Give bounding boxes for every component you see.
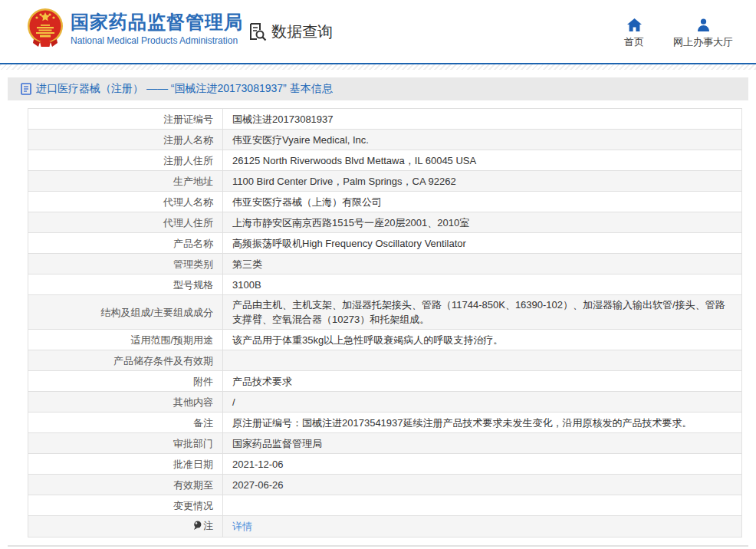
table-row: 产品名称高频振荡呼吸机High Frequency Oscillatory Ve… [28, 233, 742, 254]
home-icon [627, 18, 642, 31]
table-row: 生产地址1100 Bird Center Drive，Palm Springs，… [28, 171, 742, 192]
row-label: 附件 [28, 371, 223, 392]
table-row: 审批部门国家药品监督管理局 [28, 433, 742, 454]
table-row: 备注原注册证编号：国械注进20173541937延续注册产品技术要求未发生变化，… [28, 413, 742, 433]
row-value [223, 350, 742, 371]
row-value: 1100 Bird Center Drive，Palm Springs，CA 9… [223, 171, 742, 192]
nav-service-hall[interactable]: 网上办事大厅 [673, 18, 733, 49]
org-titles: 国家药品监督管理局 National Medical Products Admi… [71, 12, 243, 46]
row-label: 产品名称 [28, 233, 223, 254]
row-label: 代理人名称 [28, 192, 223, 212]
table-row: 代理人住所上海市静安区南京西路1515号一座20层2001、2010室 [28, 212, 742, 233]
row-value: 2021-12-06 [223, 454, 742, 475]
row-label: 代理人住所 [28, 212, 223, 233]
row-value [223, 495, 742, 516]
row-value: 该产品用于体重35kg以上急性呼吸衰竭病人的呼吸支持治疗。 [223, 330, 742, 350]
china-national-emblem-icon [26, 7, 64, 50]
data-query-label: 数据查询 [271, 21, 333, 42]
row-label: 管理类别 [28, 254, 223, 274]
org-name-zh: 国家药品监督管理局 [71, 12, 243, 33]
table-row: 适用范围/预期用途该产品用于体重35kg以上急性呼吸衰竭病人的呼吸支持治疗。 [28, 330, 742, 350]
row-label: 注册证编号 [28, 109, 223, 130]
data-query-tab[interactable]: 数据查询 [247, 21, 333, 42]
page: 国家药品监督管理局 National Medical Products Admi… [0, 0, 756, 549]
nav-home[interactable]: 首页 [624, 18, 644, 49]
document-icon [21, 83, 31, 95]
row-value: 原注册证编号：国械注进20173541937延续注册产品技术要求未发生变化，沿用… [223, 413, 742, 433]
row-value: 伟亚安医疗Vyaire Medical, Inc. [223, 130, 742, 150]
row-label: 注册人住所 [28, 150, 223, 171]
header-nav: 首页 网上办事大厅 [624, 18, 733, 49]
person-icon [697, 18, 710, 31]
row-value: 26125 North Riverwoods Blvd Mettawa，IL 6… [223, 150, 742, 171]
row-label: 产品储存条件及有效期 [28, 350, 223, 371]
data-query-icon [247, 21, 268, 42]
registration-info-table: 注册证编号国械注进20173081937注册人名称伟亚安医疗Vyaire Med… [28, 108, 742, 537]
row-label: 批准日期 [28, 454, 223, 475]
breadcrumb: 进口医疗器械（注册） —— “国械注进20173081937” 基本信息 [8, 77, 748, 100]
table-row: 产品储存条件及有效期 [28, 350, 742, 371]
table-row: 附件产品技术要求 [28, 371, 742, 392]
row-label: 注册人名称 [28, 130, 223, 150]
row-value: / [223, 392, 742, 413]
footer-divider [8, 545, 748, 547]
row-label: 变更情况 [28, 495, 223, 516]
info-table-body: 注册证编号国械注进20173081937注册人名称伟亚安医疗Vyaire Med… [28, 109, 742, 537]
detail-link[interactable]: 详情 [232, 521, 252, 532]
row-value: 第三类 [223, 254, 742, 274]
row-value: 产品技术要求 [223, 371, 742, 392]
table-row: 注册人名称伟亚安医疗Vyaire Medical, Inc. [28, 130, 742, 150]
row-value: 产品由主机、主机支架、加湿器托架接头、管路（11744-850K、16390-1… [223, 295, 742, 330]
table-row: 管理类别第三类 [28, 254, 742, 274]
org-name-en: National Medical Products Administration [71, 35, 243, 46]
row-value: 3100B [223, 274, 742, 295]
nmpa-logo[interactable]: 国家药品监督管理局 National Medical Products Admi… [26, 7, 243, 50]
row-value: 伟亚安医疗器械（上海）有限公司 [223, 192, 742, 212]
table-row: 型号规格3100B [28, 274, 742, 295]
nav-service-hall-label: 网上办事大厅 [673, 35, 733, 49]
row-value: 高频振荡呼吸机High Frequency Oscillatory Ventil… [223, 233, 742, 254]
row-label: 生产地址 [28, 171, 223, 192]
row-label: 适用范围/预期用途 [28, 330, 223, 350]
site-header: 国家药品监督管理局 National Medical Products Admi… [0, 0, 756, 64]
table-row: 注册证编号国械注进20173081937 [28, 109, 742, 130]
row-label: 其他内容 [28, 392, 223, 413]
breadcrumb-text: 进口医疗器械（注册） —— “国械注进20173081937” 基本信息 [36, 82, 333, 96]
row-label: 结构及组成/主要组成成分 [28, 295, 223, 330]
row-value: 2027-06-26 [223, 475, 742, 495]
header-hatch-divider [0, 64, 756, 70]
row-label: 注 [28, 516, 223, 537]
table-row: 有效期至2027-06-26 [28, 475, 742, 495]
table-row: 其他内容/ [28, 392, 742, 413]
row-label: 审批部门 [28, 433, 223, 454]
table-row: 代理人名称伟亚安医疗器械（上海）有限公司 [28, 192, 742, 212]
row-value: 详情 [223, 516, 742, 537]
row-value: 上海市静安区南京西路1515号一座20层2001、2010室 [223, 212, 742, 233]
nav-home-label: 首页 [624, 35, 644, 49]
row-value: 国械注进20173081937 [223, 109, 742, 130]
row-label: 有效期至 [28, 475, 223, 495]
table-row: 批准日期2021-12-06 [28, 454, 742, 475]
table-row: 结构及组成/主要组成成分产品由主机、主机支架、加湿器托架接头、管路（11744-… [28, 295, 742, 330]
row-label: 备注 [28, 413, 223, 433]
note-pin-icon [193, 520, 202, 534]
table-row: 注册人住所26125 North Riverwoods Blvd Mettawa… [28, 150, 742, 171]
table-row: 变更情况 [28, 495, 742, 516]
row-label: 型号规格 [28, 274, 223, 295]
row-value: 国家药品监督管理局 [223, 433, 742, 454]
table-row: 注详情 [28, 516, 742, 537]
